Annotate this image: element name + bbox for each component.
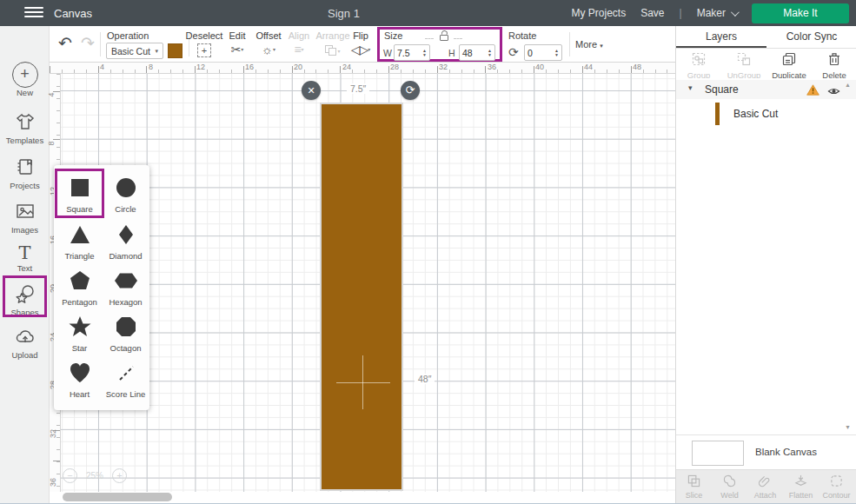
shape-option-score-line[interactable]: Score Line [103,355,149,401]
make-it-button[interactable]: Make It [752,3,849,23]
shape-option-pentagon[interactable]: Pentagon [56,263,103,309]
zoom-out-button[interactable]: − [63,468,77,483]
layer-color-bar [715,103,720,125]
shape-label: Star [56,343,103,353]
ruler-number: 36 [488,63,496,71]
scroll-down-icon[interactable]: ▼ [845,424,851,430]
crosshair-icon [362,355,363,409]
delete-handle[interactable]: ✕ [302,81,321,100]
canvas-menu-label[interactable]: Canvas [54,7,92,20]
shape-option-triangle[interactable]: Triangle [56,217,103,263]
notebook-icon [15,156,36,177]
hexagon-icon [114,269,138,293]
sidebar-item-text[interactable]: T Text [0,242,50,273]
ruler-number: 20 [294,63,302,71]
heart-icon [68,361,92,385]
lock-dash [454,38,462,39]
offset-button[interactable]: Offset ☼▾ [251,26,286,56]
sidebar-item-projects[interactable]: Projects [0,156,50,190]
warning-icon[interactable] [806,83,820,99]
height-stepper[interactable]: ▲▼ [488,49,492,57]
slice-icon [687,474,700,487]
sidebar-item-label: Projects [0,181,50,190]
duplicate-button[interactable]: Duplicate [766,49,812,78]
zoom-in-button[interactable]: + [112,468,127,483]
horizontal-scrollbar[interactable] [63,493,172,501]
shape-option-square[interactable]: Square [56,170,103,216]
eye-icon[interactable] [827,84,840,100]
paperclip-icon [759,474,772,487]
redo-icon[interactable]: ↷ [81,33,95,53]
rotate-value: 0 [528,48,533,58]
shape-option-octagon[interactable]: Octagon [103,309,149,355]
my-projects-link[interactable]: My Projects [571,7,626,19]
shape-option-hexagon[interactable]: Hexagon [103,263,149,309]
machine-selector[interactable]: Maker [697,7,737,19]
dropdown-arrow-icon: ▾ [368,47,370,52]
shape-option-circle[interactable]: Circle [103,170,149,216]
flip-label: Flip [345,30,376,41]
square-icon [68,176,92,200]
rotate-stepper[interactable]: ▲▼ [554,49,559,57]
topbar-divider: | [680,7,682,19]
shape-label: Square [56,204,103,214]
crosshair-icon [336,382,390,383]
scroll-up-icon[interactable]: ▲ [845,82,851,88]
lock-icon[interactable] [438,30,450,42]
star-icon [68,315,92,339]
rotate-tool-icon[interactable]: ⟳ [508,45,519,59]
ungroup-button: UnGroup [721,49,766,78]
cloud-upload-icon [15,326,36,347]
ruler-number: 8 [149,63,153,71]
save-link[interactable]: Save [640,7,664,19]
dropdown-arrow-icon: ▾ [337,49,340,54]
undo-icon[interactable]: ↶ [58,33,72,53]
shape-option-heart[interactable]: Heart [56,355,103,401]
sidebar-item-images[interactable]: Images [0,201,50,235]
rotate-field[interactable]: 0 ▲▼ [524,44,562,61]
operation-dropdown[interactable]: Basic Cut ▾ [106,43,163,59]
rotate-handle[interactable]: ⟳ [401,81,420,100]
more-button[interactable]: More ▾ [575,39,603,50]
shapes-popup: Square Circle Triangle Diamond Pentagon … [54,165,149,410]
color-swatch[interactable] [168,43,182,58]
delete-button[interactable]: Delete [812,49,856,78]
width-label: W [383,48,392,58]
caret-down-icon[interactable]: ▾ [688,83,693,92]
ruler-number: 4 [100,63,104,71]
panel-bottom-toolbar: Slice Weld Attach Flatten Contour [676,469,856,504]
layer-group-row[interactable]: ▾ Square [676,80,856,99]
layer-item-row[interactable]: Basic Cut [676,99,856,129]
attach-button: Attach [747,470,783,504]
shape-option-star[interactable]: Star [56,309,103,355]
sidebar-item-new[interactable]: + New [0,62,50,97]
deselect-button[interactable]: Deselect + [185,26,223,57]
layer-group-name: Square [705,83,739,96]
octagon-icon [114,315,138,339]
sidebar-item-upload[interactable]: Upload [0,326,50,360]
tab-layers[interactable]: Layers [676,26,766,48]
dropdown-arrow-icon: ▾ [241,47,243,52]
flip-icon: ◁▷ [351,43,368,56]
shape-option-diamond[interactable]: Diamond [103,217,149,263]
flip-button[interactable]: Flip ◁▷▾ [345,26,376,56]
arrange-icon [325,45,337,56]
blank-canvas-swatch[interactable] [692,441,744,466]
height-field[interactable]: 48 ▲▼ [459,44,495,61]
sidebar-item-label: Templates [0,136,50,145]
contour-icon [830,474,843,487]
deselect-icon: + [197,43,211,57]
selected-square-shape[interactable] [320,103,403,491]
tab-color-sync[interactable]: Color Sync [766,26,856,48]
width-value: 7.5 [397,48,410,58]
sidebar-item-label: Images [0,225,50,235]
hamburger-menu-icon[interactable] [24,7,43,19]
width-stepper[interactable]: ▲▼ [422,49,427,57]
rotate-label: Rotate [508,30,536,41]
sidebar-item-templates[interactable]: Templates [0,111,50,145]
edit-button[interactable]: Edit ✂▾ [222,26,253,56]
width-field[interactable]: 7.5 ▲▼ [394,44,430,61]
shape-width-label: 7.5″ [347,83,369,94]
operation-value: Basic Cut [111,46,150,56]
left-sidebar: + New Templates Projects Images T Text S… [0,26,50,504]
